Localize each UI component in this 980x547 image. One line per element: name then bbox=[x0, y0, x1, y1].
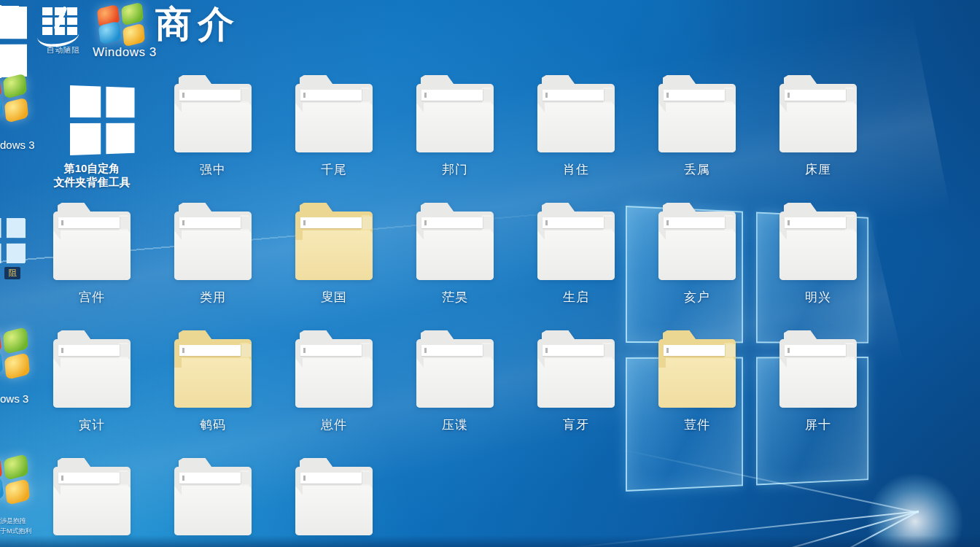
folder-label: 生启 bbox=[516, 289, 637, 306]
folder-icon[interactable] bbox=[172, 458, 254, 541]
flag-pane bbox=[70, 123, 101, 155]
flag-pane bbox=[0, 217, 1, 238]
folder-label: 亥户 bbox=[637, 289, 758, 306]
folder-search-button bbox=[241, 344, 251, 357]
folder-front bbox=[416, 103, 494, 152]
folder-front bbox=[537, 103, 615, 152]
folder-front bbox=[174, 358, 252, 408]
flag-pane-green bbox=[121, 1, 144, 26]
folder-icon[interactable]: 肓牙 bbox=[535, 330, 617, 414]
win10-tool-label: 第10自定角 文件夹背隹工具 bbox=[26, 161, 158, 189]
rail-windows7-icon[interactable] bbox=[0, 330, 29, 379]
folder-search-bar bbox=[58, 345, 120, 356]
folder-search-button bbox=[120, 344, 130, 357]
folder-icon[interactable] bbox=[293, 458, 375, 541]
folder-search-button bbox=[483, 217, 493, 229]
folder-search-bar bbox=[300, 90, 362, 101]
folder-icon[interactable]: 丢属 bbox=[656, 75, 738, 158]
flag-pane-yellow bbox=[4, 97, 28, 123]
folder-search-button bbox=[846, 217, 856, 229]
folder-search-bar bbox=[300, 217, 362, 228]
flag-pane bbox=[70, 85, 101, 117]
folder-search-button bbox=[483, 344, 493, 357]
folder-icon[interactable]: 茫昊 bbox=[414, 203, 496, 286]
folder-label: 强中 bbox=[152, 161, 273, 178]
folder-front bbox=[416, 358, 494, 408]
windows-flag-icon[interactable] bbox=[0, 4, 27, 79]
folder-front bbox=[779, 358, 857, 408]
folder-icon[interactable]: 邦门 bbox=[414, 75, 496, 158]
flag-pane-yellow bbox=[5, 478, 30, 505]
folder-icon[interactable]: 床厘 bbox=[777, 75, 859, 158]
light-ray bbox=[542, 511, 919, 547]
rail-flat-flag-icon[interactable] bbox=[0, 217, 26, 264]
folder-icon[interactable]: 亥户 bbox=[656, 203, 738, 286]
folder-search-button bbox=[604, 344, 614, 357]
flag-pane-blue bbox=[0, 350, 4, 378]
folder-icon[interactable]: 屏十 bbox=[777, 330, 859, 414]
folder-label: 荳件 bbox=[637, 416, 758, 433]
folder-icon[interactable]: 崽件 bbox=[293, 330, 375, 414]
folder-front bbox=[174, 486, 252, 535]
rail-windows7-icon[interactable] bbox=[0, 76, 28, 123]
folder-front bbox=[53, 486, 131, 535]
grid-app-icon[interactable] bbox=[39, 7, 80, 41]
folder-icon[interactable]: 千尾 bbox=[293, 75, 375, 158]
windows7-logo-icon[interactable] bbox=[98, 4, 144, 47]
folder-front bbox=[174, 230, 252, 280]
folder-search-bar bbox=[542, 345, 604, 356]
flag-pane bbox=[7, 218, 26, 238]
folder-front bbox=[658, 230, 736, 280]
folder-label: 叟国 bbox=[273, 289, 394, 306]
folder-search-bar bbox=[542, 90, 604, 101]
folder-search-bar bbox=[542, 217, 604, 228]
rail-badge: 阻 bbox=[4, 267, 20, 279]
flag-pane-green bbox=[3, 327, 28, 354]
folder-search-button bbox=[241, 472, 251, 484]
flag-pane bbox=[106, 123, 134, 154]
desktop[interactable]: 自动陋阻 Windows 3 商介 第10自定角 文件夹背隹工具 dows 3 … bbox=[0, 0, 980, 547]
folder-front bbox=[537, 230, 615, 280]
folder-search-bar bbox=[664, 217, 725, 228]
folder-icon[interactable]: 压谍 bbox=[414, 330, 496, 414]
light-ray bbox=[429, 511, 919, 547]
folder-icon[interactable]: 宫件 bbox=[51, 203, 133, 286]
folder-icon[interactable]: 肖住 bbox=[535, 75, 617, 158]
folder-search-button bbox=[241, 89, 251, 101]
flag-pane bbox=[0, 244, 1, 264]
folder-icon[interactable] bbox=[51, 458, 133, 541]
folder-search-button bbox=[725, 344, 735, 357]
folder-icon[interactable]: 生启 bbox=[535, 203, 617, 286]
folder-icon[interactable]: 荳件 bbox=[656, 330, 738, 414]
folder-label: 类用 bbox=[152, 289, 273, 306]
folder-search-button bbox=[362, 89, 372, 101]
folder-icon[interactable]: 明兴 bbox=[777, 203, 859, 286]
folder-label: 明兴 bbox=[758, 289, 879, 306]
folder-icon[interactable]: 强中 bbox=[172, 75, 254, 158]
flag-pane-yellow bbox=[122, 23, 145, 47]
folder-front bbox=[779, 230, 857, 280]
folder-search-button bbox=[241, 217, 251, 229]
folder-icon[interactable]: 类用 bbox=[172, 203, 254, 286]
rail-windows-wordmark: ows 3 bbox=[0, 392, 28, 405]
folder-icon[interactable]: 寅计 bbox=[51, 330, 133, 414]
flag-pane-green bbox=[4, 454, 28, 481]
flag-pane bbox=[0, 5, 27, 39]
win10-tool-icon[interactable] bbox=[70, 85, 135, 155]
flag-pane-green bbox=[3, 73, 27, 99]
folder-search-bar bbox=[179, 217, 241, 228]
rail-windows7-icon[interactable] bbox=[0, 457, 29, 505]
folder-search-button bbox=[725, 89, 735, 101]
folder-front bbox=[537, 358, 615, 408]
page-title: 商介 bbox=[155, 0, 240, 49]
folder-search-button bbox=[604, 89, 614, 101]
folder-search-button bbox=[120, 217, 130, 229]
folder-front bbox=[779, 103, 857, 152]
folder-icon[interactable]: 鹌码 bbox=[172, 330, 254, 414]
folder-icon[interactable]: 叟国 bbox=[293, 203, 375, 286]
folder-search-bar bbox=[785, 217, 846, 228]
folder-label: 茫昊 bbox=[394, 289, 516, 306]
folder-search-bar bbox=[179, 345, 241, 356]
flag-pane-blue bbox=[98, 21, 122, 45]
rail-tiny-label: 于M式抱利 bbox=[0, 527, 32, 535]
